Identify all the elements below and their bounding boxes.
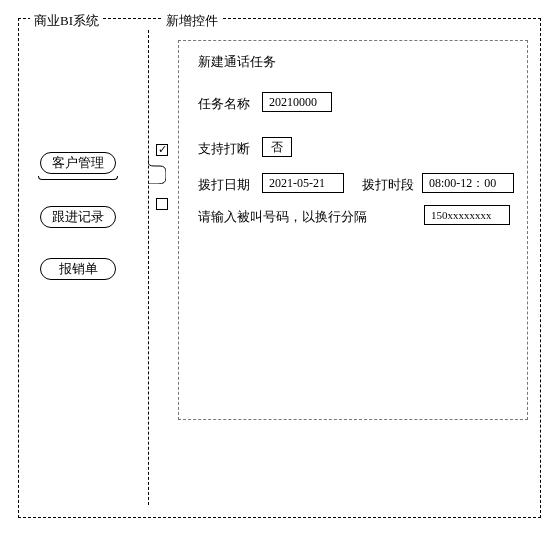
- interrupt-value: 否: [271, 139, 283, 156]
- time-label: 拨打时段: [362, 176, 414, 194]
- sidebar: 客户管理 跟进记录 报销单: [18, 30, 148, 510]
- interrupt-label: 支持打断: [198, 140, 250, 158]
- task-name-label: 任务名称: [198, 95, 250, 113]
- phone-input[interactable]: 150xxxxxxxx: [424, 205, 510, 225]
- sidebar-item-label: 跟进记录: [52, 208, 104, 226]
- time-value: 08:00-12：00: [429, 175, 496, 192]
- checkbox-1[interactable]: ✓: [156, 144, 168, 156]
- form-heading: 新建通话任务: [198, 53, 276, 71]
- time-input[interactable]: 08:00-12：00: [422, 173, 514, 193]
- phone-value: 150xxxxxxxx: [431, 209, 492, 221]
- sidebar-item-label: 客户管理: [52, 154, 104, 172]
- sidebar-item-followup[interactable]: 跟进记录: [40, 206, 116, 228]
- check-icon: ✓: [158, 143, 167, 155]
- date-value: 2021-05-21: [269, 176, 325, 191]
- phone-hint: 请输入被叫号码，以换行分隔: [198, 208, 367, 226]
- sidebar-title: 商业BI系统: [30, 12, 103, 30]
- sidebar-item-expense[interactable]: 报销单: [40, 258, 116, 280]
- interrupt-select[interactable]: 否: [262, 137, 292, 157]
- sidebar-item-underline: [38, 176, 118, 180]
- sidebar-item-customer[interactable]: 客户管理: [40, 152, 116, 174]
- panel-title: 新增控件: [162, 12, 222, 30]
- task-name-input[interactable]: 20210000: [262, 92, 332, 112]
- checkbox-2[interactable]: [156, 198, 168, 210]
- task-name-value: 20210000: [269, 95, 317, 110]
- date-label: 拨打日期: [198, 176, 250, 194]
- date-input[interactable]: 2021-05-21: [262, 173, 344, 193]
- sidebar-divider: [148, 30, 149, 505]
- sidebar-item-label: 报销单: [59, 260, 98, 278]
- connector-icon: [148, 156, 166, 184]
